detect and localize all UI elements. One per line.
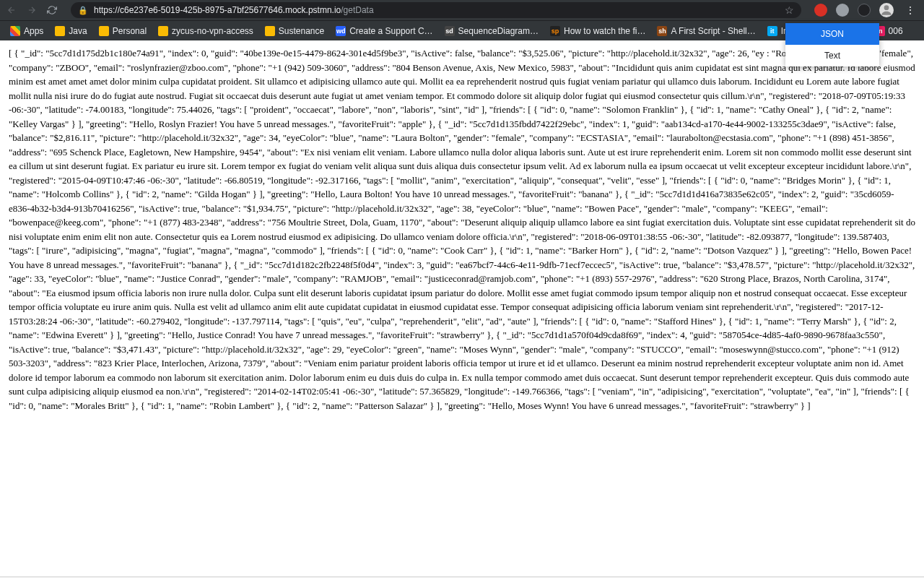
folder-icon <box>99 26 109 36</box>
bookmark-label: Apps <box>24 26 43 36</box>
extension-icon[interactable] <box>836 4 849 17</box>
lock-icon: 🔒 <box>78 6 88 15</box>
bookmark-item[interactable]: sdSequenceDiagram… <box>440 25 543 38</box>
folder-icon <box>265 26 275 36</box>
bookmark-label: How to watch the fi… <box>564 26 645 36</box>
bookmark-star-icon[interactable]: ☆ <box>785 4 794 16</box>
bookmark-label: A First Script - Shell… <box>671 26 755 36</box>
favicon-icon: sh <box>657 26 667 36</box>
bookmark-item[interactable]: zycus-no-vpn-access <box>154 25 258 38</box>
bookmark-item[interactable]: Personal <box>95 25 151 38</box>
bookmark-label: zycus-no-vpn-access <box>172 26 253 36</box>
bookmark-item[interactable]: Java <box>51 25 91 38</box>
reload-button[interactable] <box>46 4 58 16</box>
url-bar[interactable]: 🔒 https://c6e237e6-5019-425b-8975-a7bf25… <box>71 2 801 18</box>
bookmark-label: SequenceDiagram… <box>458 26 539 36</box>
format-dropdown: JSON Text <box>785 23 879 66</box>
profile-avatar[interactable] <box>879 3 894 17</box>
url-text: https://c6e237e6-5019-425b-8975-a7bf2567… <box>94 5 779 15</box>
bookmark-label: Java <box>69 26 87 36</box>
json-body-text: [ { "_id": "5cc7d1d175d2b1c180e74a91", "… <box>9 46 915 413</box>
bookmark-item[interactable]: shA First Script - Shell… <box>653 25 759 38</box>
folder-icon <box>55 26 65 36</box>
bookmark-label: Sustenance <box>279 26 324 36</box>
bookmark-item[interactable]: wdCreate a Support C… <box>331 25 437 38</box>
bookmark-label: 006 <box>889 26 903 36</box>
browser-menu-icon[interactable]: ⋮ <box>902 4 918 16</box>
extension-icon[interactable] <box>858 4 871 17</box>
page-content: JSON Text [ { "_id": "5cc7d1d175d2b1c180… <box>0 40 924 418</box>
bookmark-item[interactable]: Sustenance <box>261 25 328 38</box>
bookmark-label: Personal <box>113 26 147 36</box>
back-button[interactable] <box>6 4 17 16</box>
favicon-icon: wd <box>336 26 346 36</box>
favicon-icon: it <box>767 26 777 36</box>
folder-icon <box>158 26 168 36</box>
favicon-icon: sp <box>550 26 560 36</box>
forward-button[interactable] <box>26 4 38 16</box>
favicon-icon: sd <box>445 26 455 36</box>
bookmark-item[interactable]: spHow to watch the fi… <box>546 25 650 38</box>
dropdown-text[interactable]: Text <box>785 45 879 66</box>
dropdown-json[interactable]: JSON <box>785 23 879 45</box>
bookmark-label: Create a Support C… <box>349 26 432 36</box>
bookmark-item[interactable]: Apps <box>6 25 48 38</box>
extension-icon[interactable] <box>814 4 827 17</box>
browser-toolbar: 🔒 https://c6e237e6-5019-425b-8975-a7bf25… <box>0 0 924 20</box>
apps-icon <box>10 26 20 36</box>
